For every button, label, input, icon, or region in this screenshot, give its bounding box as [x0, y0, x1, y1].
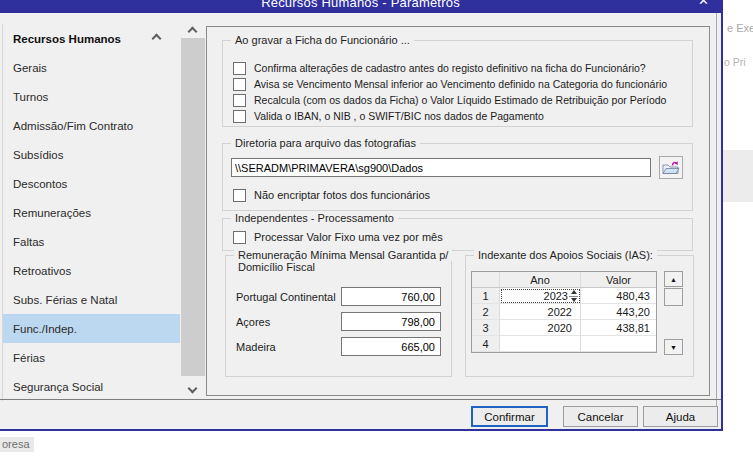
table-row: 2 2022 443,20 — [472, 304, 656, 320]
save-options-group: Ao gravar a Ficha do Funcionário ... Con… — [222, 40, 693, 127]
row-number: 4 — [472, 336, 500, 352]
open-folder-icon — [662, 160, 680, 175]
collapse-chevron-up-icon[interactable] — [152, 34, 162, 44]
portugal-continental-label: Portugal Continental — [236, 291, 336, 303]
confirma-alteracoes-checkbox[interactable] — [233, 62, 246, 75]
sidebar-item-admissao-fim-contrato[interactable]: Admissão/Fim Contrato — [3, 111, 180, 140]
ias-value-cell-4[interactable] — [581, 336, 656, 352]
ias-group-title: Indexante dos Apoios Sociais (IAS): — [474, 249, 657, 261]
footer-separator — [0, 399, 721, 400]
madeira-input[interactable] — [341, 337, 441, 356]
ias-group: Indexante dos Apoios Sociais (IAS): Ano … — [465, 255, 694, 377]
table-row: 4 — [472, 336, 656, 352]
checkbox-row: Recalcula (com os dados da Ficha) o Valo… — [233, 93, 666, 107]
ias-table-scrollbar[interactable]: ▲ ▼ — [664, 271, 683, 355]
ias-header-valor: Valor — [581, 272, 656, 288]
sidebar-item-seguranca-social[interactable]: Segurança Social — [3, 372, 180, 401]
ias-header-num — [472, 272, 500, 288]
scrollbar-down-button[interactable]: ▼ — [664, 339, 683, 355]
ias-table: Ano Valor 1 2023 480, — [471, 271, 657, 353]
ias-table-header: Ano Valor — [472, 272, 656, 288]
sidebar-header[interactable]: Recursos Humanos — [3, 24, 180, 53]
checkbox-label: Avisa se Vencimento Mensal inferior ao V… — [254, 78, 667, 90]
ias-year-cell-1[interactable]: 2023 — [500, 288, 581, 304]
minimum-wage-group-title-line1: Remuneração Mínima Mensal Garantida p/ — [234, 249, 452, 261]
scrollbar-thumb[interactable] — [664, 288, 683, 306]
dialog-frame-line — [716, 13, 717, 426]
parameters-dialog: Recursos Humanos - Parâmetros ✕ Recursos… — [0, 0, 723, 431]
spinner-up-icon[interactable] — [571, 290, 577, 294]
checkbox-row: Processar Valor Fixo uma vez por mês — [233, 230, 443, 244]
ias-year-cell-2[interactable]: 2022 — [500, 304, 581, 320]
background-band — [720, 150, 753, 202]
sidebar-item-turnos[interactable]: Turnos — [3, 82, 180, 111]
spinner-divider — [569, 296, 578, 297]
sidebar-item-faltas[interactable]: Faltas — [3, 227, 180, 256]
year-spinner[interactable] — [569, 290, 578, 302]
madeira-label: Madeira — [236, 341, 276, 353]
avisa-vencimento-checkbox[interactable] — [233, 78, 246, 91]
table-row: 3 2020 438,81 — [472, 320, 656, 336]
independents-group: Independentes - Processamento Processar … — [222, 218, 693, 251]
year-value: 2023 — [544, 290, 568, 302]
acores-label: Açores — [236, 316, 270, 328]
sidebar-item-ferias[interactable]: Férias — [3, 343, 180, 372]
checkbox-label: Valida o IBAN, o NIB , o SWIFT/BIC nos d… — [254, 110, 544, 122]
checkbox-label: Processar Valor Fixo uma vez por mês — [254, 231, 443, 243]
content-panel: Ao gravar a Ficha do Funcionário ... Con… — [206, 26, 710, 396]
photos-path-input[interactable] — [231, 158, 651, 177]
scroll-up-chevron-icon[interactable] — [188, 27, 198, 37]
sidebar-item-func-indep[interactable]: Func./Indep. — [3, 314, 180, 343]
save-options-group-title: Ao gravar a Ficha do Funcionário ... — [231, 34, 414, 46]
minimum-wage-group-title-line2: Domicílio Fiscal — [238, 261, 315, 273]
row-number: 1 — [472, 288, 500, 304]
sidebar: Recursos Humanos Gerais Turnos Admissão/… — [2, 24, 180, 401]
screen: e Exe o Pri oresa Recursos Humanos - Par… — [0, 0, 753, 456]
sidebar-item-subs-ferias-e-natal[interactable]: Subs. Férias e Natal — [3, 285, 180, 314]
sidebar-item-gerais[interactable]: Gerais — [3, 53, 180, 82]
browse-folder-button[interactable] — [659, 156, 683, 179]
ias-value-cell-1[interactable]: 480,43 — [581, 288, 656, 304]
photos-directory-group: Diretoria para arquivo das fotografias N… — [222, 143, 693, 211]
confirm-button[interactable]: Confirmar — [471, 406, 548, 427]
scrollbar-up-button[interactable]: ▲ — [664, 271, 683, 287]
checkbox-label: Recalcula (com os dados da Ficha) o Valo… — [254, 94, 666, 106]
valida-iban-checkbox[interactable] — [233, 110, 246, 123]
independents-group-title: Independentes - Processamento — [231, 212, 398, 224]
checkbox-row: Não encriptar fotos dos funcionários — [233, 188, 430, 202]
checkbox-label: Não encriptar fotos dos funcionários — [254, 189, 430, 201]
ias-year-cell-4[interactable] — [500, 336, 581, 352]
processar-valor-fixo-checkbox[interactable] — [233, 231, 246, 244]
spinner-down-icon[interactable] — [571, 298, 577, 302]
recalcula-checkbox[interactable] — [233, 94, 246, 107]
checkbox-row: Valida o IBAN, o NIB , o SWIFT/BIC nos d… — [233, 109, 544, 123]
nao-encriptar-checkbox[interactable] — [233, 189, 246, 202]
sidebar-item-remuneracoes[interactable]: Remunerações — [3, 198, 180, 227]
photos-directory-group-title: Diretoria para arquivo das fotografias — [231, 137, 420, 149]
sidebar-item-subsidios[interactable]: Subsídios — [3, 140, 180, 169]
sidebar-scrollbar-thumb[interactable] — [181, 38, 205, 376]
sidebar-scrollbar[interactable] — [181, 24, 205, 394]
ias-year-cell-3[interactable]: 2020 — [500, 320, 581, 336]
sidebar-item-retroativos[interactable]: Retroativos — [3, 256, 180, 285]
table-row: 1 2023 480,43 — [472, 288, 656, 304]
portugal-continental-input[interactable] — [341, 287, 441, 306]
ias-value-cell-3[interactable]: 438,81 — [581, 320, 656, 336]
background-text-mid-right: o Pri — [724, 56, 746, 68]
sidebar-item-descontos[interactable]: Descontos — [3, 169, 180, 198]
help-button[interactable]: Ajuda — [643, 406, 718, 427]
cancel-button[interactable]: Cancelar — [563, 406, 638, 427]
acores-input[interactable] — [341, 312, 441, 331]
row-number: 2 — [472, 304, 500, 320]
sidebar-header-label: Recursos Humanos — [13, 33, 121, 45]
dialog-title: Recursos Humanos - Parâmetros — [0, 0, 721, 10]
background-text-bottom-left: oresa — [0, 437, 34, 452]
checkbox-label: Confirma alterações de cadastro antes do… — [254, 62, 646, 74]
title-bar[interactable]: Recursos Humanos - Parâmetros ✕ — [0, 0, 721, 13]
ias-value-cell-2[interactable]: 443,20 — [581, 304, 656, 320]
minimum-wage-group: Remuneração Mínima Mensal Garantida p/ D… — [225, 255, 452, 377]
scroll-down-chevron-icon[interactable] — [188, 384, 198, 394]
close-icon[interactable]: ✕ — [698, 0, 709, 8]
row-number: 3 — [472, 320, 500, 336]
ias-header-ano: Ano — [500, 272, 581, 288]
